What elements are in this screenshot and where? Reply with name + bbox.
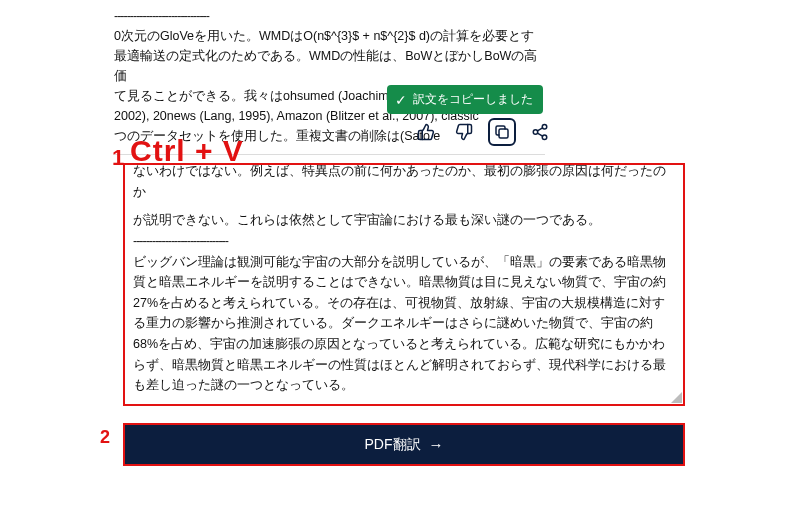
text-line: 0次元のGloVeを用いた。WMDはO(n$^{3}$ + n$^{2}$ d)… [114,26,544,46]
text-line: ないわけではない。例えば、特異点の前に何かあったのか、最初の膨張の原因は何だった… [133,165,677,202]
svg-rect-0 [499,129,508,138]
arrow-right-icon: → [429,436,444,453]
separator-line: ------------------------------ [133,231,677,252]
separator-line: ------------------------------ [114,6,544,26]
share-icon [531,123,549,141]
share-button[interactable] [526,118,554,146]
action-icon-bar [412,118,554,146]
thumbs-down-button[interactable] [450,118,478,146]
paste-textarea-highlight: ないわけではない。例えば、特異点の前に何かあったのか、最初の膨張の原因は何だった… [123,163,685,406]
pdf-translate-button[interactable]: PDF翻訳 → [125,425,683,464]
svg-line-5 [537,128,542,131]
resize-handle-icon[interactable] [671,392,682,403]
copy-button[interactable] [488,118,516,146]
pdf-translate-highlight: PDF翻訳 → [123,423,685,466]
svg-line-4 [537,133,542,136]
annotation-step-2: 2 [100,427,110,448]
thumbs-up-icon [417,123,435,141]
text-line: が説明できない。これらは依然として宇宙論における最も深い謎の一つである。 [133,210,677,231]
thumbs-up-button[interactable] [412,118,440,146]
separator-line: ------------------------------ [133,396,677,404]
thumbs-down-icon [455,123,473,141]
text-line: 最適輸送の定式化のためである。WMDの性能は、BoWとぼかしBoWの高価 [114,46,544,86]
copy-success-toast: ✓ 訳文をコピーしました [387,85,543,114]
copy-toast-text: 訳文をコピーしました [413,91,533,108]
check-icon: ✓ [395,93,407,107]
copy-icon [493,123,511,141]
paste-textarea[interactable]: ないわけではない。例えば、特異点の前に何かあったのか、最初の膨張の原因は何だった… [125,165,683,404]
pdf-button-label: PDF翻訳 [365,436,421,454]
text-paragraph: ビッグバン理論は観測可能な宇宙の大部分を説明しているが、「暗黒」の要素である暗黒… [133,252,677,396]
